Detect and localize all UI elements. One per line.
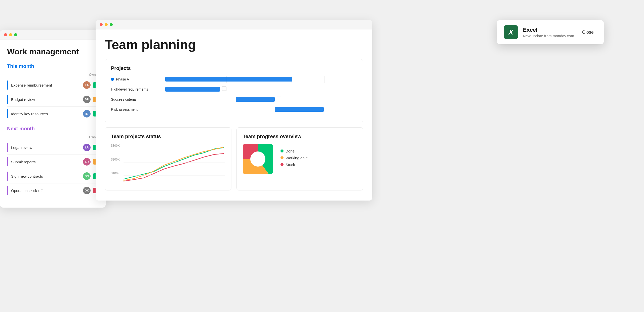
task-name: Operations kick-off bbox=[11, 188, 83, 193]
excel-letter: X bbox=[508, 28, 513, 36]
notification-app-name: Excel bbox=[523, 27, 574, 33]
task-row: Operations kick-off OK bbox=[7, 183, 99, 198]
working-label: Working on it bbox=[286, 156, 307, 160]
pie-chart-svg bbox=[243, 144, 273, 174]
maximize-dot[interactable] bbox=[110, 23, 113, 26]
legend-working: Working on it bbox=[280, 156, 307, 160]
task-bar bbox=[7, 143, 8, 152]
line-chart-svg bbox=[124, 144, 225, 184]
legend-stuck: Stuck bbox=[280, 163, 307, 167]
projects-card-title: Projects bbox=[111, 65, 357, 71]
pie-legend: Done Working on it Stuck bbox=[280, 149, 307, 169]
gantt-track bbox=[161, 86, 357, 93]
bottom-cards-row: Team projects status $300K $200K $100K bbox=[105, 127, 363, 190]
work-management-window: Work management This month Owner Expense… bbox=[0, 30, 106, 208]
dependency-box bbox=[222, 87, 226, 91]
task-row: Budget review BR bbox=[7, 92, 99, 107]
avatar: OK bbox=[83, 187, 91, 194]
avatar: IK bbox=[83, 110, 91, 118]
team-progress-card: Team progress overview Do bbox=[236, 127, 363, 190]
y-label-300k: $300K bbox=[111, 144, 120, 147]
y-label-200k: $200K bbox=[111, 158, 120, 161]
done-label: Done bbox=[286, 149, 295, 153]
progress-card-title: Team progress overview bbox=[243, 134, 357, 139]
gantt-bar bbox=[275, 107, 324, 112]
legend-done: Done bbox=[280, 149, 307, 153]
stuck-label: Stuck bbox=[286, 163, 295, 167]
avatar: LR bbox=[83, 144, 91, 151]
excel-icon: X bbox=[504, 25, 518, 39]
work-title: Work management bbox=[7, 47, 99, 56]
working-dot-icon bbox=[280, 156, 284, 159]
gantt-row-phase-a: Phase A bbox=[111, 76, 357, 83]
task-row: Submit reports SR bbox=[7, 155, 99, 169]
y-label-100k: $100K bbox=[111, 172, 120, 175]
gantt-track bbox=[161, 106, 357, 113]
this-month-tasks: Expense reimbursement EA Budget review B… bbox=[7, 78, 99, 121]
gantt-label: Success criteria bbox=[111, 97, 161, 101]
task-bar bbox=[7, 81, 8, 90]
gantt-row-success: Success criteria bbox=[111, 96, 357, 103]
maximize-dot[interactable] bbox=[14, 33, 17, 36]
team-planning-window: Team planning Projects Phase A bbox=[96, 20, 372, 201]
notification-toast: X Excel New update from monday.com Close bbox=[497, 20, 604, 44]
task-bar bbox=[7, 95, 8, 104]
gantt-label: Risk assessment bbox=[111, 107, 161, 111]
task-row: Expense reimbursement EA bbox=[7, 78, 99, 92]
avatar: BR bbox=[83, 96, 91, 103]
avatar: EA bbox=[83, 81, 91, 89]
next-month-tasks: Legal review LR Submit reports SR Sign n… bbox=[7, 140, 99, 198]
avatar: SN bbox=[83, 172, 91, 180]
team-titlebar bbox=[96, 20, 372, 29]
task-row: Sign new contracts SN bbox=[7, 169, 99, 183]
task-name: Sign new contracts bbox=[11, 174, 83, 178]
minimize-dot[interactable] bbox=[9, 33, 12, 36]
gantt-row-hlr: High-level requirements bbox=[111, 86, 357, 93]
gantt-chart: Phase A bbox=[111, 76, 357, 113]
gantt-track bbox=[161, 96, 357, 103]
task-bar bbox=[7, 186, 8, 195]
task-row: Legal review LR bbox=[7, 140, 99, 155]
line-chart: $300K $200K $100K bbox=[111, 144, 225, 184]
task-row: Identify key resources IK bbox=[7, 107, 99, 121]
close-dot[interactable] bbox=[100, 23, 103, 26]
gantt-bar bbox=[236, 97, 275, 102]
work-titlebar bbox=[0, 30, 106, 40]
svg-point-6 bbox=[250, 151, 265, 167]
close-dot[interactable] bbox=[4, 33, 7, 36]
this-month-owner-col: Owner bbox=[7, 73, 99, 76]
done-dot-icon bbox=[280, 149, 284, 152]
notification-text: Excel New update from monday.com bbox=[523, 27, 574, 38]
team-status-card: Team projects status $300K $200K $100K bbox=[105, 127, 231, 190]
task-name: Legal review bbox=[11, 145, 83, 150]
task-name: Budget review bbox=[11, 97, 83, 102]
pie-section: Done Working on it Stuck bbox=[243, 144, 357, 174]
gantt-track bbox=[161, 76, 357, 83]
task-bar bbox=[7, 109, 8, 118]
this-month-label: This month bbox=[7, 63, 99, 69]
dependency-box bbox=[277, 97, 281, 101]
avatar: SR bbox=[83, 158, 91, 166]
projects-card: Projects Phase A bbox=[105, 59, 363, 122]
phase-dot-icon bbox=[111, 78, 114, 81]
next-month-owner-col: Owner bbox=[7, 135, 99, 139]
gantt-label: Phase A bbox=[111, 77, 161, 81]
notification-message: New update from monday.com bbox=[523, 34, 574, 38]
gantt-bar bbox=[165, 77, 293, 82]
task-name: Identify key resources bbox=[11, 112, 83, 116]
task-name: Submit reports bbox=[11, 160, 83, 164]
stuck-dot-icon bbox=[280, 163, 284, 166]
gantt-bar bbox=[165, 87, 220, 92]
next-month-label: Next month bbox=[7, 126, 99, 132]
minimize-dot[interactable] bbox=[105, 23, 108, 26]
task-name: Expense reimbursement bbox=[11, 83, 83, 87]
task-bar bbox=[7, 157, 8, 166]
gantt-label: High-level requirements bbox=[111, 87, 161, 91]
team-title: Team planning bbox=[105, 37, 363, 52]
gantt-row-risk: Risk assessment bbox=[111, 106, 357, 113]
dependency-box bbox=[326, 107, 330, 111]
notification-close-button[interactable]: Close bbox=[579, 28, 597, 37]
status-card-title: Team projects status bbox=[111, 134, 225, 139]
task-bar bbox=[7, 172, 8, 181]
